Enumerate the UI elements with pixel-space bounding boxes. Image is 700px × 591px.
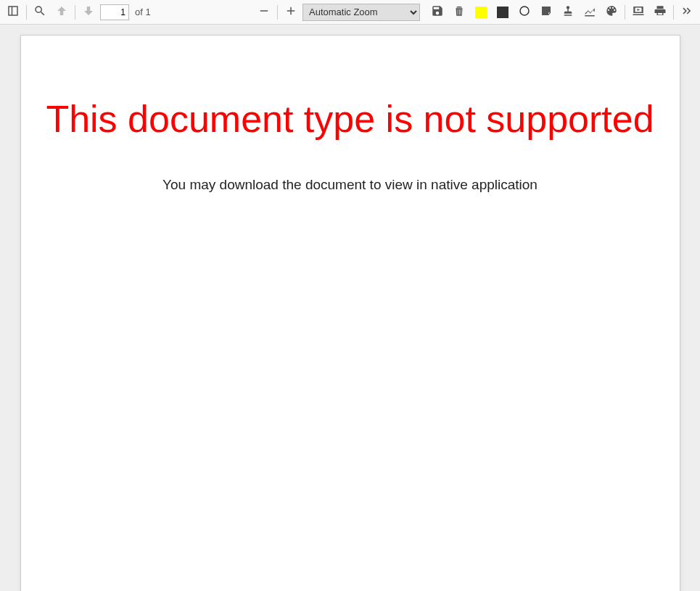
zoom-select[interactable]: Automatic Zoom — [302, 4, 420, 21]
plus-icon — [284, 4, 297, 20]
document-page: This document type is not supported You … — [20, 35, 680, 591]
sidebar-icon — [7, 4, 20, 20]
save-button[interactable] — [427, 2, 448, 22]
svg-point-0 — [520, 7, 529, 15]
presentation-button[interactable] — [628, 2, 648, 22]
minus-icon — [258, 4, 271, 20]
stamp-button[interactable] — [558, 2, 578, 22]
previous-page-button[interactable] — [52, 2, 72, 22]
more-tools-button[interactable] — [677, 2, 697, 22]
rectangle-button[interactable] — [493, 2, 513, 22]
toolbar-left: of 1 — [3, 2, 151, 22]
delete-button[interactable] — [449, 2, 469, 22]
square-icon — [497, 7, 508, 18]
separator — [277, 5, 278, 20]
zoom-out-button[interactable] — [254, 2, 274, 22]
print-button[interactable] — [650, 2, 670, 22]
save-icon — [431, 4, 444, 20]
sidebar-toggle-button[interactable] — [3, 2, 23, 22]
palette-icon — [605, 4, 618, 20]
toolbar-right — [427, 2, 697, 22]
separator — [75, 5, 75, 20]
highlight-button[interactable] — [471, 2, 491, 22]
highlight-icon — [475, 7, 487, 18]
signature-icon — [583, 4, 596, 20]
trash-icon — [453, 4, 466, 20]
page-total-label: of 1 — [135, 7, 151, 17]
separator — [625, 5, 625, 20]
arrow-down-icon — [82, 4, 95, 20]
zoom-in-button[interactable] — [281, 2, 301, 22]
stamp-icon — [561, 4, 575, 20]
separator — [673, 5, 674, 20]
error-title: This document type is not supported — [21, 86, 680, 152]
search-icon — [33, 4, 46, 20]
chevron-double-right-icon — [680, 4, 693, 20]
toolbar-center: Automatic Zoom — [151, 2, 427, 22]
separator — [26, 5, 27, 20]
document-viewer[interactable]: This document type is not supported You … — [0, 25, 700, 591]
next-page-button[interactable] — [78, 2, 99, 22]
print-icon — [654, 4, 667, 20]
arrow-up-icon — [55, 4, 68, 20]
note-button[interactable] — [536, 2, 556, 22]
error-subtitle: You may download the document to view in… — [21, 177, 680, 193]
sign-button[interactable] — [580, 2, 600, 22]
page-number-input[interactable] — [100, 4, 129, 20]
presentation-icon — [632, 4, 645, 20]
circle-icon — [518, 4, 531, 20]
color-button[interactable] — [601, 2, 622, 22]
search-button[interactable] — [30, 2, 50, 22]
note-icon — [540, 4, 553, 20]
circle-button[interactable] — [514, 2, 535, 22]
toolbar: of 1 Automatic Zoom — [0, 0, 700, 25]
